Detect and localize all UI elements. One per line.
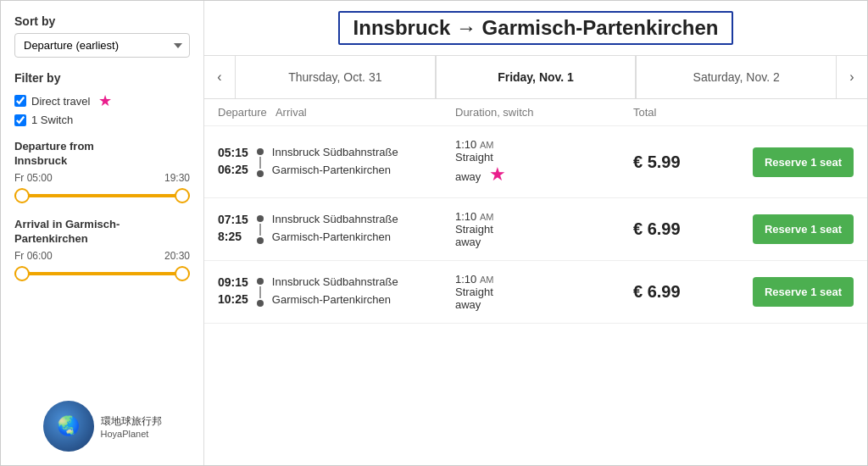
filter-switch-checkbox[interactable] bbox=[14, 114, 26, 126]
date-tab-sat[interactable]: Saturday, Nov. 2 bbox=[636, 56, 837, 98]
dep-time-3: 09:15 bbox=[218, 275, 248, 289]
duration-col-3: 1:10 AM Straight away bbox=[455, 273, 633, 311]
to-station-2: Garmisch-Partenkirchen bbox=[272, 230, 398, 243]
filter-direct-label: Direct travel bbox=[31, 95, 90, 108]
switch-away-3: away bbox=[455, 298, 481, 311]
departure-from-time: Fr 05:00 bbox=[14, 172, 53, 184]
stop-dot-top-3 bbox=[257, 278, 264, 285]
stop-line-3 bbox=[259, 286, 261, 298]
departure-section: Departure fromInnsbruck Fr 05:00 19:30 bbox=[14, 140, 190, 204]
departure-thumb-right[interactable] bbox=[175, 188, 190, 203]
reserve-col-3: Reserve 1 seat bbox=[735, 277, 854, 307]
table-row: 07:15 8:25 Innsbruck Südbahnstraße Garmi… bbox=[204, 198, 867, 261]
arrival-section: Arrival in Garmisch-Partenkirchen Fr 06:… bbox=[14, 218, 190, 282]
stop-col-3 bbox=[257, 275, 264, 308]
switch-away-2: away bbox=[455, 236, 481, 248]
departure-to-time: 19:30 bbox=[164, 172, 190, 184]
date-tab-thu[interactable]: Thursday, Oct. 31 bbox=[235, 56, 436, 98]
stop-dot-top-1 bbox=[257, 148, 264, 155]
col-duration-switch: Duration, switch bbox=[455, 106, 633, 119]
table-row: 09:15 10:25 Innsbruck Südbahnstraße Garm… bbox=[204, 261, 867, 324]
app-container: Sort by Departure (earliest)PriceDuratio… bbox=[0, 0, 868, 466]
results-list: 05:15 06:25 Innsbruck Südbahnstraße Garm… bbox=[204, 126, 867, 465]
departure-thumb-left[interactable] bbox=[14, 188, 30, 203]
dep-time-2: 07:15 bbox=[218, 213, 248, 226]
price-1: € 5.99 bbox=[633, 153, 735, 172]
departure-slider[interactable] bbox=[14, 187, 190, 204]
station-col-2: Innsbruck Südbahnstraße Garmisch-Partenk… bbox=[272, 213, 398, 243]
filter-switch: 1 Switch bbox=[14, 114, 190, 126]
time-col-1: 05:15 06:25 bbox=[218, 146, 248, 176]
arr-time-2: 8:25 bbox=[218, 230, 248, 243]
logo-section: 🌏 環地球旅行邦 HoyaPlanet bbox=[14, 401, 190, 452]
table-row: 05:15 06:25 Innsbruck Südbahnstraße Garm… bbox=[204, 126, 867, 198]
to-station-1: Garmisch-Partenkirchen bbox=[272, 164, 398, 176]
reserve-col-1: Reserve 1 seat bbox=[735, 147, 854, 177]
stop-col-2 bbox=[257, 213, 264, 246]
filter-direct-checkbox[interactable] bbox=[14, 95, 26, 107]
filter-direct: Direct travel ★ bbox=[14, 92, 190, 110]
stop-dot-bottom-1 bbox=[257, 170, 264, 177]
arrival-thumb-right[interactable] bbox=[175, 266, 190, 281]
next-date-button[interactable]: › bbox=[837, 56, 867, 98]
stop-line-1 bbox=[259, 157, 261, 169]
duration-col-2: 1:10 AM Straight away bbox=[455, 210, 633, 248]
departure-track bbox=[14, 194, 190, 197]
from-station-1: Innsbruck Südbahnstraße bbox=[272, 146, 398, 158]
duration-col-1: 1:10 AM Straight away ★ bbox=[455, 138, 633, 186]
sort-label: Sort by bbox=[14, 14, 190, 28]
filter-section: Filter by Direct travel ★ 1 Switch bbox=[14, 71, 190, 126]
station-col-3: Innsbruck Südbahnstraße Garmisch-Partenk… bbox=[272, 275, 398, 306]
to-station-3: Garmisch-Partenkirchen bbox=[272, 293, 398, 306]
sidebar: Sort by Departure (earliest)PriceDuratio… bbox=[1, 1, 204, 465]
switch-text-2: Straight bbox=[455, 223, 493, 236]
departure-range-label: Departure fromInnsbruck bbox=[14, 140, 190, 169]
am-3: AM bbox=[480, 275, 494, 285]
col-departure-arrival: Departure Arrival bbox=[218, 106, 455, 119]
prev-date-button[interactable]: ‹ bbox=[204, 56, 235, 98]
duration-time-2: 1:10 bbox=[455, 210, 480, 223]
reserve-button-3[interactable]: Reserve 1 seat bbox=[753, 277, 854, 307]
stop-dot-bottom-2 bbox=[257, 237, 264, 244]
stop-line-2 bbox=[259, 224, 261, 236]
arr-time-1: 06:25 bbox=[218, 163, 248, 176]
date-nav: ‹ Thursday, Oct. 31 Friday, Nov. 1 Satur… bbox=[204, 56, 867, 99]
sort-select[interactable]: Departure (earliest)PriceDuration bbox=[14, 33, 190, 58]
from-station-3: Innsbruck Südbahnstraße bbox=[272, 275, 398, 288]
departure-range-times: Fr 05:00 19:30 bbox=[14, 172, 190, 184]
arr-time-3: 10:25 bbox=[218, 292, 248, 306]
reserve-col-2: Reserve 1 seat bbox=[735, 214, 854, 244]
stop-dot-bottom-3 bbox=[257, 300, 264, 307]
filter-label: Filter by bbox=[14, 71, 190, 85]
date-tab-fri[interactable]: Friday, Nov. 1 bbox=[436, 56, 637, 98]
logo-icon: 🌏 bbox=[43, 401, 94, 452]
stop-col-1 bbox=[257, 146, 264, 179]
route-title: Innsbruck → Garmisch-Partenkirchen bbox=[338, 11, 734, 45]
main-content: Innsbruck → Garmisch-Partenkirchen ‹ Thu… bbox=[204, 1, 867, 465]
switch-text-1: Straight bbox=[455, 151, 493, 164]
reserve-button-2[interactable]: Reserve 1 seat bbox=[753, 214, 854, 244]
am-2: AM bbox=[480, 212, 494, 222]
col-total: Total bbox=[633, 106, 735, 119]
route-header: Innsbruck → Garmisch-Partenkirchen bbox=[204, 1, 867, 56]
arrival-slider[interactable] bbox=[14, 265, 190, 282]
times-stops-3: 09:15 10:25 Innsbruck Südbahnstraße Garm… bbox=[218, 275, 455, 308]
time-col-3: 09:15 10:25 bbox=[218, 275, 248, 306]
filter-switch-label: 1 Switch bbox=[31, 114, 73, 126]
price-3: € 6.99 bbox=[633, 282, 735, 302]
stop-dot-top-2 bbox=[257, 215, 264, 222]
arrival-range-label: Arrival in Garmisch-Partenkirchen bbox=[14, 218, 190, 247]
arrival-thumb-left[interactable] bbox=[14, 266, 30, 281]
times-stops-1: 05:15 06:25 Innsbruck Südbahnstraße Garm… bbox=[218, 146, 455, 179]
from-station-2: Innsbruck Südbahnstraße bbox=[272, 213, 398, 225]
logo-chinese: 環地球旅行邦 bbox=[101, 414, 162, 429]
reserve-button-1[interactable]: Reserve 1 seat bbox=[753, 147, 854, 177]
price-2: € 6.99 bbox=[633, 219, 735, 239]
arrival-track bbox=[14, 272, 190, 275]
duration-time-1: 1:10 bbox=[455, 138, 480, 151]
station-col-1: Innsbruck Südbahnstraße Garmisch-Partenk… bbox=[272, 146, 398, 176]
star-icon: ★ bbox=[98, 92, 112, 110]
dep-time-1: 05:15 bbox=[218, 146, 248, 159]
time-col-2: 07:15 8:25 bbox=[218, 213, 248, 243]
arrival-from-time: Fr 06:00 bbox=[14, 250, 53, 262]
